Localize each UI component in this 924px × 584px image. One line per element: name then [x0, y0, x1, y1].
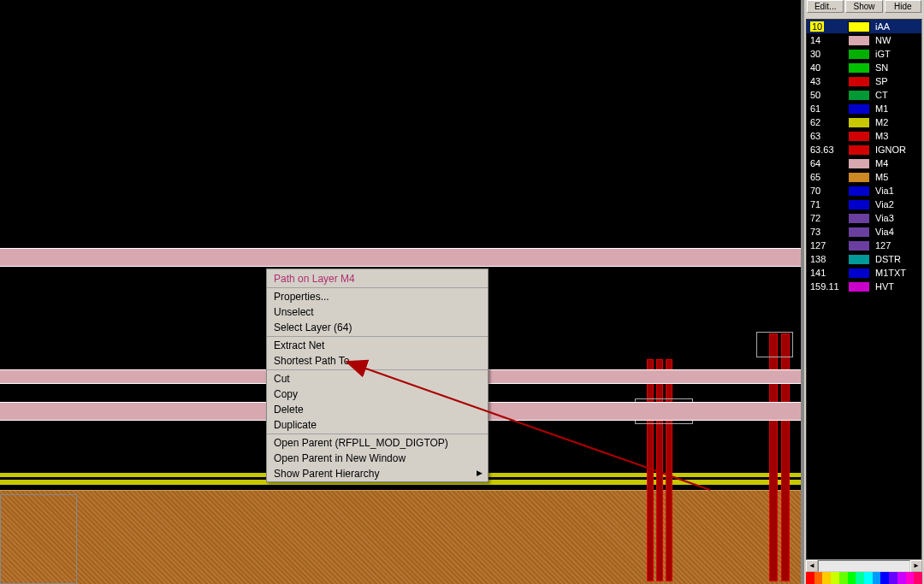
layer-number: 64 [810, 158, 843, 168]
menu-separator [267, 336, 488, 337]
m3-vertical[interactable] [666, 359, 672, 581]
layer-number: 73 [810, 227, 843, 237]
m3-vertical[interactable] [656, 359, 663, 581]
layer-number: 30 [810, 49, 843, 59]
layer-swatch [848, 62, 870, 74]
palette-color[interactable] [897, 572, 906, 584]
layer-name: Via3 [875, 213, 921, 223]
layer-row[interactable]: 43SP [807, 74, 921, 88]
layer-row[interactable]: 30iGT [807, 47, 921, 61]
layer-number: 40 [810, 62, 843, 73]
menu-item[interactable]: Show Parent Hierarchy▶ [267, 466, 488, 481]
palette-color[interactable] [806, 572, 814, 584]
layer-name: CT [875, 90, 921, 100]
menu-item[interactable]: Open Parent in New Window [267, 451, 488, 466]
palette-color[interactable] [839, 572, 848, 584]
layer-row[interactable]: 159.11HVT [807, 280, 921, 293]
layer-row[interactable]: 65M5 [807, 170, 921, 184]
layer-panel-buttons: Edit... Show Hide [804, 0, 924, 16]
m4-path-a[interactable] [0, 248, 801, 267]
layer-name: M2 [875, 117, 921, 127]
m5-fill-edge [0, 494, 77, 584]
layer-number: 50 [810, 90, 843, 100]
layer-name: SP [875, 76, 921, 86]
layer-row[interactable]: 63M3 [807, 129, 921, 143]
palette-color[interactable] [864, 572, 873, 584]
show-button[interactable]: Show [845, 0, 882, 13]
layer-row[interactable]: 127127 [807, 239, 921, 252]
layer-number: 61 [810, 103, 843, 114]
layer-swatch [848, 268, 870, 279]
edit-button[interactable]: Edit... [807, 0, 844, 13]
menu-item[interactable]: Select Layer (64) [267, 320, 488, 335]
palette-color[interactable] [848, 572, 856, 584]
palette-color[interactable] [831, 572, 839, 584]
layer-number: 63 [810, 131, 843, 141]
menu-item[interactable]: Unselect [267, 304, 488, 320]
layer-swatch [848, 145, 870, 156]
layer-swatch [848, 199, 870, 210]
layer-row[interactable]: 62M2 [807, 115, 921, 129]
layer-number: 159.11 [810, 281, 843, 292]
layer-swatch [848, 172, 870, 183]
menu-item[interactable]: Copy [267, 386, 488, 402]
menu-item[interactable]: Cut [267, 371, 488, 386]
layer-number: 65 [810, 172, 843, 182]
context-menu[interactable]: Path on Layer M4 Properties...UnselectSe… [266, 268, 489, 482]
layer-name: M4 [875, 158, 921, 168]
context-menu-title: Path on Layer M4 [267, 269, 488, 286]
layer-row[interactable]: 70Via1 [807, 184, 921, 198]
scroll-track[interactable] [818, 560, 910, 572]
palette-color[interactable] [906, 572, 915, 584]
menu-item[interactable]: Delete [267, 402, 488, 417]
layer-row[interactable]: 72Via3 [807, 211, 921, 225]
menu-item[interactable]: Open Parent (RFPLL_MOD_DIGTOP) [267, 435, 488, 451]
layer-row[interactable]: 10iAA [807, 20, 921, 33]
layer-row[interactable]: 141M1TXT [807, 266, 921, 280]
layer-swatch [848, 213, 870, 224]
palette-strip[interactable] [806, 572, 922, 584]
layer-name: M1 [875, 103, 921, 114]
layer-row[interactable]: 40SN [807, 61, 921, 74]
layer-name: iGT [875, 49, 921, 59]
layer-row[interactable]: 73Via4 [807, 225, 921, 239]
layer-name: DSTR [875, 254, 921, 264]
layer-row[interactable]: 50CT [807, 88, 921, 102]
m5-fill [0, 490, 801, 584]
menu-item[interactable]: Extract Net [267, 338, 488, 353]
layer-row[interactable]: 71Via2 [807, 198, 921, 211]
layer-number: 10 [810, 21, 843, 32]
palette-color[interactable] [822, 572, 831, 584]
layer-row[interactable]: 63.63IGNOR [807, 143, 921, 156]
layer-row[interactable]: 61M1 [807, 102, 921, 115]
hide-button[interactable]: Hide [885, 0, 921, 13]
layer-name: Via1 [875, 186, 921, 196]
scroll-left-icon[interactable]: ◄ [806, 560, 818, 572]
layer-row[interactable]: 64M4 [807, 156, 921, 170]
layer-swatch [848, 117, 870, 128]
m4-path-b[interactable] [487, 369, 801, 384]
palette-color[interactable] [914, 572, 922, 584]
palette-color[interactable] [873, 572, 881, 584]
layer-number: 70 [810, 186, 843, 196]
m4-path-c[interactable] [487, 402, 801, 421]
palette-color[interactable] [856, 572, 864, 584]
layer-swatch [848, 131, 870, 142]
menu-separator [267, 287, 488, 288]
palette-color[interactable] [814, 572, 823, 584]
menu-item[interactable]: Properties... [267, 289, 488, 304]
layer-row[interactable]: 14NW [807, 33, 921, 47]
layer-row[interactable]: 138DSTR [807, 252, 921, 266]
scroll-right-icon[interactable]: ► [910, 560, 922, 572]
layer-scrollbar[interactable]: ◄ ► [806, 560, 922, 572]
layer-number: 63.63 [810, 145, 843, 155]
palette-color[interactable] [889, 572, 897, 584]
menu-item[interactable]: Duplicate [267, 417, 488, 433]
m3-vertical[interactable] [647, 359, 654, 581]
layer-panel: Edit... Show Hide 10iAA14NW30iGT40SN43SP… [801, 0, 924, 584]
menu-item[interactable]: Shortest Path To... [267, 353, 488, 369]
layer-list[interactable]: 10iAA14NW30iGT40SN43SP50CT61M162M263M363… [806, 19, 922, 560]
layer-swatch [848, 240, 870, 251]
layer-swatch [848, 21, 870, 32]
palette-color[interactable] [880, 572, 889, 584]
